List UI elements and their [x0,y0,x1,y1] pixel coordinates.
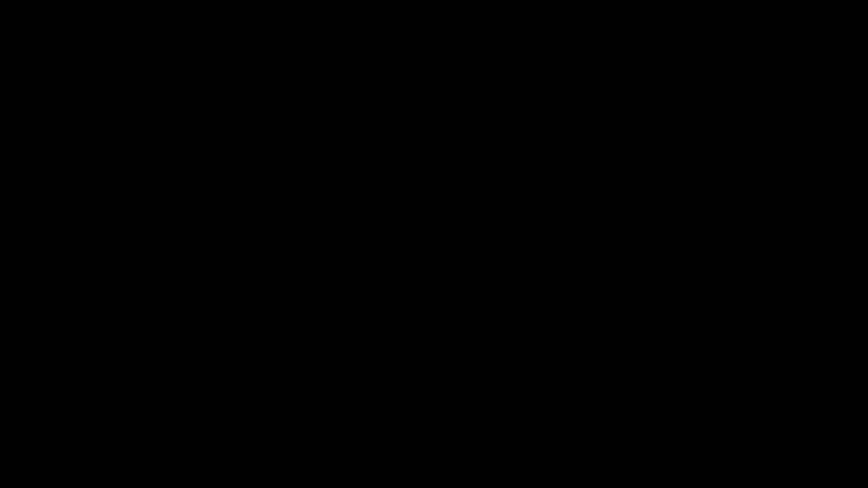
orbital-position-chart [237,251,475,488]
panel-ground-track-map [0,251,237,488]
horz-residuals-chart [475,251,868,369]
panel-atmospheric-position [0,20,237,251]
atmospheric-position-chart [0,20,237,251]
panel-orbital-position [237,251,475,488]
meteor-station-dashboard [0,0,868,488]
magnitude-chart [475,20,868,251]
top-bar [0,0,868,20]
panel-height-profile [237,20,475,251]
panel-horz-residuals [475,251,868,369]
vert-residuals-chart [475,369,868,488]
height-profile-chart [237,20,475,251]
panel-vert-residuals [475,369,868,488]
panel-magnitude [475,20,868,251]
ground-track-map [0,251,237,488]
